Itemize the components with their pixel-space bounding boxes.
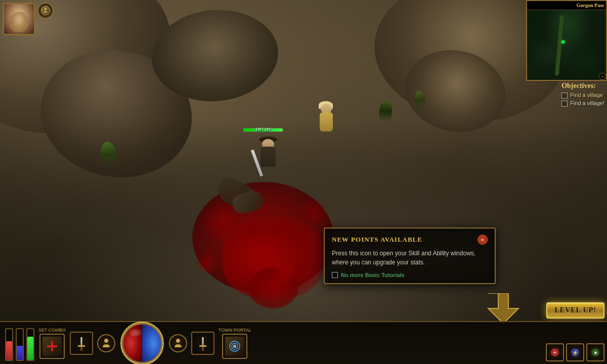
minimap-terrain: [527, 10, 607, 81]
skill-ability-button[interactable]: [37, 3, 54, 19]
blood-splatter: [192, 192, 344, 293]
svg-point-6: [233, 345, 236, 348]
svg-text:★: ★: [593, 350, 598, 355]
objective-item: Find a village!: [561, 100, 604, 107]
vegetation: [378, 101, 393, 122]
health-bar: [5, 328, 13, 361]
tutorial-header: NEW POINTS AVAILABLE ×: [332, 235, 488, 245]
player-body: [261, 147, 276, 167]
set-combo-slot[interactable]: [39, 334, 65, 359]
orb-mana-half: [142, 325, 161, 362]
minimap-header: Gorgon Pass: [527, 1, 606, 10]
quick-skill-slot-2[interactable]: ⚡: [566, 343, 584, 361]
quick-skill-slot-3[interactable]: ★: [586, 343, 604, 361]
town-portal-section: TOWN PORTAL: [219, 328, 251, 359]
minimap[interactable]: Gorgon Pass +: [526, 0, 607, 81]
zoom-icon[interactable]: +: [599, 73, 606, 80]
health-mana-orb-area: [122, 323, 162, 363]
resource-bars: [5, 326, 34, 361]
tutorial-body: Press this icon to open your Skill and A…: [332, 249, 488, 267]
svg-text:+: +: [553, 349, 557, 356]
minimap-player-dot: [561, 40, 565, 43]
tutorial-arrow: [483, 293, 524, 324]
character-portrait: [4, 4, 34, 34]
tutorial-checkbox-row: No more Basic Tutorials: [332, 272, 488, 278]
tutorial-title: NEW POINTS AVAILABLE: [332, 236, 422, 244]
sword-icon: [74, 336, 89, 350]
svg-text:⚡: ⚡: [572, 349, 579, 356]
sword-handle: [80, 347, 82, 351]
town-portal-icon: [225, 337, 244, 356]
skill-slot-1[interactable]: [70, 332, 93, 355]
objective-checkbox-1[interactable]: [561, 93, 568, 99]
svg-marker-1: [488, 293, 518, 324]
set-combo-icon: [42, 337, 62, 356]
objective-item: Find a village: [561, 92, 604, 99]
bottom-right-skill-slots: + ⚡ ★: [546, 343, 604, 361]
stamina-bar-fill: [27, 337, 33, 360]
svg-point-3: [176, 339, 180, 343]
person-ability-icon: [173, 338, 183, 348]
minimap-content: +: [527, 10, 607, 81]
arrow-down-icon: [483, 293, 524, 324]
objectives-panel: Objectives: Find a village Find a villag…: [561, 82, 604, 108]
orb-shine: [129, 329, 142, 337]
tutorial-no-tutorials-label: No more Basic Tutorials: [341, 272, 405, 278]
person-icon: [42, 8, 49, 14]
quick-skill-icon-1: +: [549, 347, 560, 358]
objective-checkbox-2[interactable]: [561, 101, 568, 107]
tutorial-popup: NEW POINTS AVAILABLE × Press this icon t…: [324, 228, 496, 284]
quick-skill-slot-1[interactable]: +: [546, 343, 564, 361]
healthbar-text: 130 / 130: [243, 127, 283, 131]
set-combo-label: SET COMBO: [38, 328, 66, 333]
stamina-bar: [26, 328, 34, 361]
tutorial-close-button[interactable]: ×: [478, 235, 488, 245]
mana-bar: [16, 328, 24, 361]
character-skill-hotbar-button[interactable]: [97, 334, 115, 352]
skill-slot-2[interactable]: [191, 332, 214, 355]
health-bar-fill: [6, 341, 12, 360]
svg-point-0: [45, 8, 47, 11]
ability-hotbar-button[interactable]: [169, 334, 187, 352]
quick-skill-icon-2: ⚡: [570, 347, 581, 358]
sword-handle: [202, 347, 204, 351]
town-portal-label: TOWN PORTAL: [219, 328, 251, 333]
bottom-hud: SET COMBO: [0, 321, 607, 364]
person-skill-icon: [101, 338, 111, 348]
objective-text-2: Find a village!: [570, 100, 604, 106]
svg-point-2: [104, 339, 108, 343]
player-character: [253, 136, 283, 177]
set-combo-section: SET COMBO: [38, 328, 66, 359]
mana-bar-fill: [17, 346, 23, 359]
health-cross-icon: [45, 339, 59, 353]
npc-companion: [314, 101, 339, 136]
npc-body: [320, 112, 333, 131]
health-mana-orb: [122, 323, 162, 363]
portal-icon: [228, 339, 242, 353]
orb-outer: [122, 323, 162, 363]
objectives-title: Objectives:: [561, 82, 604, 90]
quick-skill-icon-3: ★: [590, 347, 601, 358]
player-healthbar: 130 / 130: [243, 128, 283, 132]
sword-icon-2: [196, 336, 210, 350]
minimap-title: Gorgon Pass: [577, 3, 604, 8]
level-up-button[interactable]: LEVEL UP!: [546, 302, 604, 318]
character-portrait-frame[interactable]: [3, 3, 35, 35]
town-portal-slot[interactable]: [222, 334, 247, 359]
tutorial-no-tutorials-checkbox[interactable]: [332, 272, 338, 278]
objective-text-1: Find a village: [570, 92, 603, 98]
portrait-face: [10, 12, 28, 32]
skill-icon: [41, 6, 50, 15]
